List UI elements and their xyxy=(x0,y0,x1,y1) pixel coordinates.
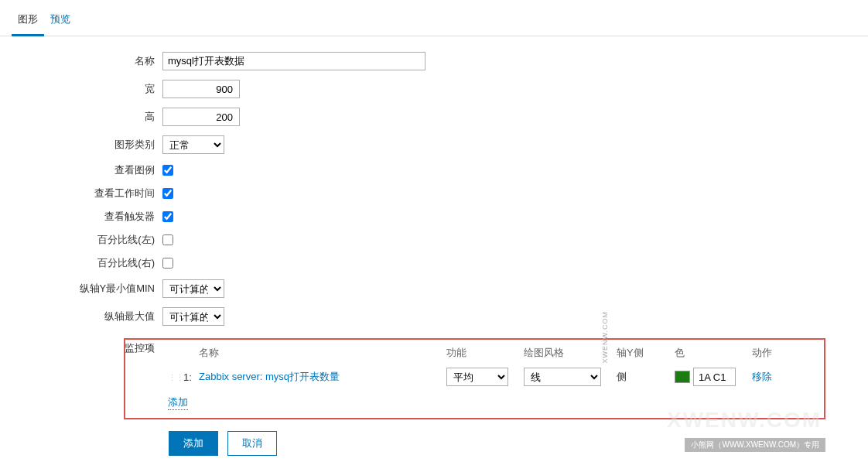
form-tabs: 图形 预览 xyxy=(0,0,868,36)
label-show-work-time: 查看工作时间 xyxy=(0,187,162,200)
color-input[interactable] xyxy=(693,368,736,386)
header-action: 动作 xyxy=(752,346,791,360)
label-width: 宽 xyxy=(0,82,162,96)
yaxis-min-select[interactable]: 可计算的 xyxy=(162,279,224,298)
watermark-side: XWENW.COM xyxy=(600,311,608,364)
height-input[interactable] xyxy=(162,108,240,126)
draw-style-select[interactable]: 线 xyxy=(524,368,601,386)
percent-left-checkbox[interactable] xyxy=(162,234,173,245)
add-button[interactable]: 添加 xyxy=(169,431,218,456)
label-yaxis-max: 纵轴最大值 xyxy=(0,310,162,323)
yaxis-side-value: 侧 xyxy=(617,370,675,384)
header-color: 色 xyxy=(675,346,752,360)
tab-graphic[interactable]: 图形 xyxy=(12,6,44,36)
table-row: ⋮⋮ 1: Zabbix server: mysq打开表数量 平均 线 侧 xyxy=(168,368,816,392)
tab-preview[interactable]: 预览 xyxy=(44,6,77,36)
cancel-button[interactable]: 取消 xyxy=(227,431,277,456)
graph-type-select[interactable]: 正常 xyxy=(162,135,224,154)
graph-form: 名称 宽 高 图形类别 正常 查看图例 查看工作时间 xyxy=(0,36,868,456)
header-name: 名称 xyxy=(199,346,446,360)
label-show-legend: 查看图例 xyxy=(0,163,162,177)
label-height: 高 xyxy=(0,110,162,124)
add-item-link[interactable]: 添加 xyxy=(168,395,188,410)
watermark-footer: 小熊网（WWW.XWENW.COM）专用 xyxy=(685,438,825,452)
function-select[interactable]: 平均 xyxy=(446,368,508,386)
yaxis-max-select[interactable]: 可计算的 xyxy=(162,307,224,326)
header-yaxis-side: 轴Y侧 xyxy=(617,346,675,360)
row-number: 1: xyxy=(183,371,199,383)
drag-handle-icon[interactable]: ⋮⋮ xyxy=(168,373,183,382)
show-legend-checkbox[interactable] xyxy=(162,165,173,176)
percent-right-checkbox[interactable] xyxy=(162,258,173,269)
label-show-triggers: 查看触发器 xyxy=(0,210,162,224)
color-swatch[interactable] xyxy=(675,371,690,383)
width-input[interactable] xyxy=(162,80,240,98)
label-graph-type: 图形类别 xyxy=(0,138,162,152)
show-work-time-checkbox[interactable] xyxy=(162,188,173,199)
label-percent-right: 百分比线(右) xyxy=(0,256,162,270)
label-name: 名称 xyxy=(0,54,162,68)
remove-link[interactable]: 移除 xyxy=(752,371,772,382)
item-name-link[interactable]: Zabbix server: mysq打开表数量 xyxy=(199,371,340,382)
label-percent-left: 百分比线(左) xyxy=(0,233,162,247)
items-highlight-box: 名称 功能 绘图风格 轴Y侧 色 动作 ⋮⋮ 1: Zabbix server:… xyxy=(124,338,825,419)
header-function: 功能 xyxy=(446,346,524,360)
name-input[interactable] xyxy=(162,52,425,70)
show-triggers-checkbox[interactable] xyxy=(162,211,173,222)
label-yaxis-min: 纵轴Y最小值MIN xyxy=(0,282,162,296)
